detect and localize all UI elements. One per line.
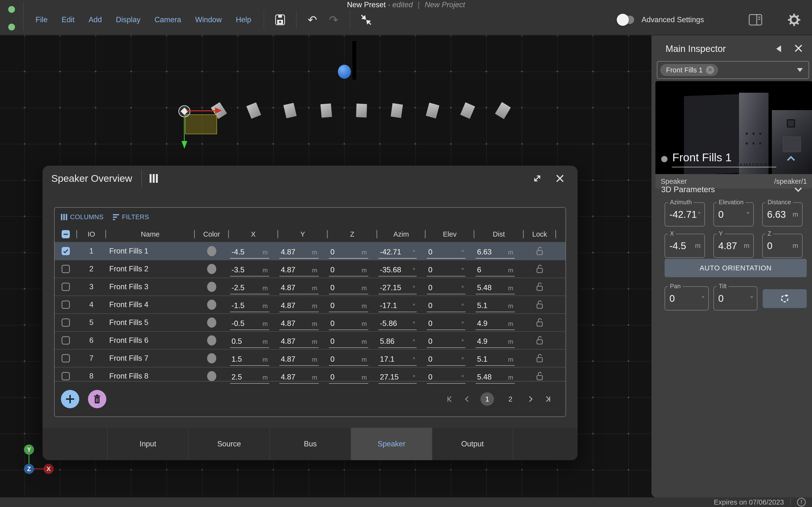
header-x[interactable]: X: [229, 226, 278, 242]
y-field[interactable]: Y 4.87 m: [713, 234, 754, 258]
close-inspector-icon[interactable]: [794, 44, 803, 54]
name-cell[interactable]: Front Fills 5: [106, 314, 195, 331]
3d-parameters-section-header[interactable]: 3D Parameters: [661, 185, 803, 194]
azim-cell[interactable]: -5.86°: [377, 314, 425, 331]
remove-selection-icon[interactable]: ✕: [706, 66, 714, 74]
z-cell[interactable]: 0m: [327, 314, 377, 331]
y-cell[interactable]: 4.87m: [278, 278, 327, 295]
previous-page-icon[interactable]: [463, 395, 471, 403]
z-field[interactable]: Z 0 m: [762, 234, 803, 258]
z-value[interactable]: 0: [767, 240, 772, 251]
next-page-icon[interactable]: [527, 395, 534, 403]
menu-item-help[interactable]: Help: [229, 15, 258, 24]
table-view-icon[interactable]: [150, 174, 158, 183]
header-io[interactable]: IO: [77, 226, 106, 242]
panel-layout-icon[interactable]: [749, 13, 762, 26]
color-swatch[interactable]: [207, 371, 216, 381]
speaker-object-4[interactable]: [282, 102, 298, 119]
lock-toggle[interactable]: [523, 296, 556, 314]
header-z[interactable]: Z: [327, 226, 377, 242]
add-speaker-button[interactable]: [61, 390, 79, 408]
pan-field[interactable]: Pan 0 °: [665, 286, 709, 311]
menu-item-edit[interactable]: Edit: [55, 15, 82, 24]
lock-toggle[interactable]: [523, 350, 556, 367]
elev-cell[interactable]: 0°: [425, 350, 474, 367]
filters-button[interactable]: FILTERS: [113, 213, 149, 221]
lock-toggle[interactable]: [523, 278, 556, 295]
color-swatch[interactable]: [207, 318, 216, 328]
color-swatch-cell[interactable]: [195, 314, 229, 331]
page-2-button[interactable]: 2: [504, 395, 517, 403]
azim-cell[interactable]: -42.71°: [377, 242, 425, 260]
lock-toggle[interactable]: [523, 314, 556, 331]
header-lock[interactable]: Lock: [523, 226, 556, 242]
section-chevron-icon[interactable]: [794, 187, 803, 192]
elev-cell[interactable]: 0°: [425, 332, 474, 349]
header-dist[interactable]: Dist: [474, 226, 523, 242]
dist-cell[interactable]: 6.63m: [474, 242, 523, 260]
dist-cell[interactable]: 5.48m: [474, 278, 523, 295]
menu-item-file[interactable]: File: [29, 15, 55, 24]
speaker-object-8[interactable]: [425, 102, 440, 119]
settings-gear-icon[interactable]: [788, 13, 801, 26]
collapse-preview-icon[interactable]: [786, 156, 796, 163]
y-axis-handle[interactable]: [184, 115, 185, 141]
pan-value[interactable]: 0: [669, 293, 675, 304]
y-cell[interactable]: 4.87m: [278, 314, 327, 331]
x-cell[interactable]: -3.5m: [229, 260, 278, 278]
columns-button[interactable]: COLUMNS: [61, 213, 104, 221]
color-swatch-cell[interactable]: [195, 296, 229, 314]
lock-toggle[interactable]: [523, 242, 556, 260]
close-dialog-icon[interactable]: [554, 172, 566, 184]
dist-cell[interactable]: 4.9m: [474, 314, 523, 331]
table-row[interactable]: 6 Front Fills 6 0.5m 4.87m 0m 5.86° 0° 4…: [55, 331, 565, 349]
y-cell[interactable]: 4.87m: [278, 296, 327, 314]
reset-rotation-button[interactable]: [763, 289, 807, 308]
azimuth-value[interactable]: -42.71: [669, 209, 697, 220]
elev-cell[interactable]: 0°: [425, 278, 474, 295]
dist-cell[interactable]: 4.9m: [474, 332, 523, 349]
x-field[interactable]: X -4.5 m: [665, 234, 705, 258]
z-cell[interactable]: 0m: [327, 260, 377, 278]
table-row[interactable]: 7 Front Fills 7 1.5m 4.87m 0m 17.1° 0° 5…: [55, 349, 565, 367]
header-y[interactable]: Y: [278, 226, 327, 242]
select-all-checkbox[interactable]: [62, 230, 70, 238]
color-swatch-cell[interactable]: [195, 260, 229, 278]
x-value[interactable]: -4.5: [669, 240, 686, 251]
save-icon[interactable]: [273, 13, 287, 26]
collapse-panels-icon[interactable]: [359, 13, 373, 26]
auto-orientation-button[interactable]: AUTO ORIENTATION: [665, 259, 807, 277]
elev-cell[interactable]: 0°: [425, 296, 474, 314]
azim-cell[interactable]: 17.1°: [377, 350, 425, 367]
stage-object[interactable]: [352, 41, 356, 80]
axis-x-button[interactable]: X: [44, 464, 54, 474]
header-elev[interactable]: Elev: [425, 226, 474, 242]
z-cell[interactable]: 0m: [327, 278, 377, 295]
dist-cell[interactable]: 6m: [474, 260, 523, 278]
menu-item-display[interactable]: Display: [109, 15, 148, 24]
speaker-object-7[interactable]: [391, 103, 403, 118]
speaker-object-5[interactable]: [319, 102, 333, 119]
x-axis-handle[interactable]: [187, 110, 215, 111]
dist-cell[interactable]: 5.1m: [474, 296, 523, 314]
color-swatch-cell[interactable]: [195, 278, 229, 295]
azim-cell[interactable]: -27.15°: [377, 278, 425, 295]
x-cell[interactable]: -2.5m: [229, 278, 278, 295]
azim-cell[interactable]: -17.1°: [377, 296, 425, 314]
name-cell[interactable]: Front Fills 4: [106, 296, 195, 314]
speaker-object-9[interactable]: [460, 102, 475, 119]
table-row[interactable]: 2 Front Fills 2 -3.5m 4.87m 0m -35.68° 0…: [55, 260, 565, 278]
header-color[interactable]: Color: [195, 226, 229, 242]
license-warning-icon[interactable]: !: [797, 498, 806, 507]
color-swatch[interactable]: [207, 335, 216, 345]
first-page-icon[interactable]: [447, 395, 454, 403]
undo-icon[interactable]: ↶: [306, 13, 319, 26]
elevation-field[interactable]: Elevation 0 °: [713, 202, 754, 226]
x-cell[interactable]: 0.5m: [229, 332, 278, 349]
azim-cell[interactable]: -35.68°: [377, 260, 425, 278]
delete-speaker-button[interactable]: [88, 390, 106, 408]
name-cell[interactable]: Front Fills 6: [106, 332, 195, 349]
lock-toggle[interactable]: [523, 332, 556, 349]
expand-dialog-icon[interactable]: [531, 172, 543, 184]
speaker-name-field[interactable]: Front Fills 1: [672, 151, 776, 167]
